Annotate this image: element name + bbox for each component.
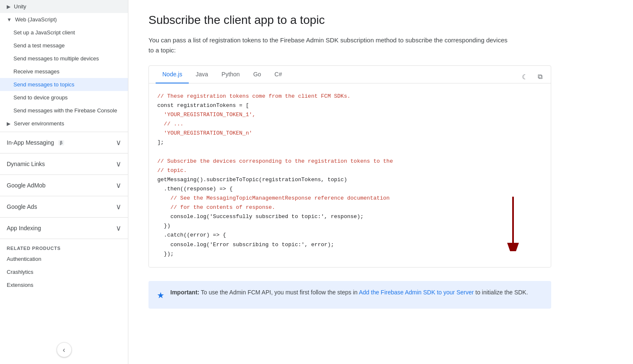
sidebar-group-admob[interactable]: Google AdMob ∨ [0,177,128,194]
sidebar-item-authentication[interactable]: Authentication [0,252,128,265]
code-line-12: // See the MessagingTopicManagementRespo… [157,194,542,203]
tab-nodejs[interactable]: Node.js [156,66,189,83]
tree-arrow-server: ▶ [7,121,10,127]
code-line-3: 'YOUR_REGISTRATION_TOKEN_1', [157,110,542,120]
code-block: // These registration tokens come from t… [149,83,551,267]
code-line-2: const registrationTokens = [ [157,101,542,110]
code-line-13: // for the contents of response. [157,203,542,212]
sidebar: ▶ Unity ▼ Web (JavaScript) Set up a Java… [0,0,128,364]
chevron-admob: ∨ [116,181,121,190]
code-line-6: ]; [157,138,542,147]
code-line-1: // These registration tokens come from t… [157,92,542,101]
sidebar-item-send-console[interactable]: Send messages with the Firebase Console [0,104,128,117]
info-text-2: to initialize the SDK. [475,289,528,296]
collapse-icon: ‹ [63,346,65,354]
info-box-text: Important: To use the Admin FCM API, you… [170,288,528,297]
theme-icon: ☾ [522,73,528,81]
code-line-18: }); [157,250,542,259]
star-icon: ★ [157,289,164,302]
main-content: Subscribe the client app to a topic You … [128,0,633,364]
divider-2 [0,153,128,153]
sidebar-item-device-groups[interactable]: Send to device groups [0,91,128,104]
tree-arrow-web: ▼ [7,17,12,23]
code-tabs-bar: Node.js Java Python Go C# [149,66,551,83]
sidebar-item-server-env[interactable]: ▶ Server environments [0,117,128,130]
copy-icon: ⧉ [538,73,542,81]
code-line-4: // ... [157,120,542,129]
tab-go[interactable]: Go [247,66,268,83]
code-toolbar: ☾ ⧉ [519,71,546,83]
sidebar-item-send-multiple[interactable]: Send messages to multiple devices [0,52,128,65]
code-line-11: .then((response) => { [157,185,542,194]
code-line-17: console.log('Error subscribing to topic:… [157,240,542,250]
sidebar-item-receive[interactable]: Receive messages [0,65,128,78]
tree-arrow-unity: ▶ [7,4,10,10]
info-text-1: To use the Admin FCM API, you must first… [201,289,359,296]
sidebar-group-app-indexing[interactable]: App Indexing ∨ [0,219,128,237]
divider-6 [0,239,128,239]
sidebar-item-send-test[interactable]: Send a test message [0,39,128,52]
code-line-8: // Subscribe the devices corresponding t… [157,157,542,166]
info-bold: Important: [170,289,199,296]
divider-3 [0,174,128,175]
divider-1 [0,132,128,132]
code-line-9: // topic. [157,166,542,175]
chevron-in-app: ∨ [116,138,121,147]
sidebar-item-web-js-label: Web (JavaScript) [15,16,57,23]
sidebar-item-unity[interactable]: ▶ Unity [0,0,128,13]
info-box: ★ Important: To use the Admin FCM API, y… [148,281,551,309]
sidebar-item-unity-label: Unity [14,3,26,10]
copy-code-button[interactable]: ⧉ [534,71,546,83]
chevron-app-indexing: ∨ [116,224,121,233]
divider-5 [0,217,128,218]
sidebar-item-extensions[interactable]: Extensions [0,278,128,291]
tab-csharp[interactable]: C# [268,66,289,83]
code-line-14: console.log('Successfully subscribed to … [157,212,542,221]
sidebar-item-web-js[interactable]: ▼ Web (JavaScript) [0,13,128,26]
code-line-5: 'YOUR_REGISTRATION_TOKEN_n' [157,129,542,138]
code-line-15: }) [157,221,542,231]
chevron-google-ads: ∨ [116,202,121,211]
intro-paragraph: You can pass a list of registration toke… [148,35,509,55]
sidebar-group-dynamic-links[interactable]: Dynamic Links ∨ [0,155,128,173]
sidebar-group-in-app-messaging[interactable]: In-App Messaging β ∨ [0,134,128,151]
code-line-16: .catch((error) => { [157,231,542,240]
sidebar-item-setup-js[interactable]: Set up a JavaScript client [0,26,128,39]
sidebar-group-google-ads[interactable]: Google Ads ∨ [0,198,128,216]
theme-toggle-button[interactable]: ☾ [519,71,531,83]
chevron-dynamic: ∨ [116,159,121,169]
code-line-10: getMessaging().subscribeToTopic(registra… [157,175,542,185]
info-link[interactable]: Add the Firebase Admin SDK to your Serve… [359,289,474,296]
sidebar-item-crashlytics[interactable]: Crashlytics [0,265,128,278]
tab-python[interactable]: Python [215,66,247,83]
beta-badge: β [58,140,64,146]
page-title: Subscribe the client app to a topic [148,13,613,27]
sidebar-collapse-button[interactable]: ‹ [57,342,72,357]
related-products-header: RELATED PRODUCTS [0,241,128,252]
code-container: Node.js Java Python Go C# ☾ ⧉ [148,65,551,268]
tab-java[interactable]: Java [189,66,215,83]
code-line-7 [157,148,542,157]
divider-4 [0,196,128,196]
sidebar-item-send-topics[interactable]: Send messages to topics [0,78,128,91]
